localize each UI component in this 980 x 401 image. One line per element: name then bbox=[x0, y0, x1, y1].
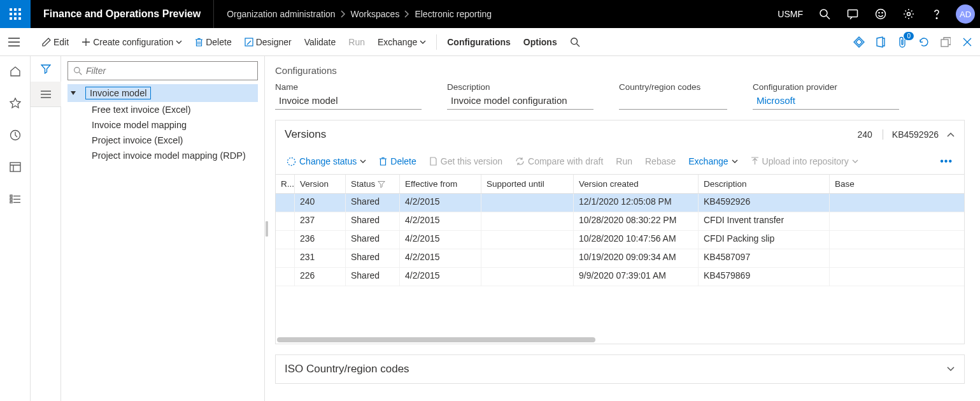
column-header[interactable]: Effective from bbox=[400, 175, 481, 193]
svg-point-25 bbox=[288, 157, 295, 165]
table-row[interactable]: 226Shared4/2/20159/9/2020 07:39:01 AMKB4… bbox=[276, 268, 964, 286]
exchange-button[interactable]: Exchange bbox=[371, 32, 432, 52]
company-selector[interactable]: USMF bbox=[770, 9, 811, 19]
horizontal-scrollbar[interactable] bbox=[276, 337, 964, 344]
avatar[interactable]: AD bbox=[956, 4, 975, 24]
app-launcher-button[interactable] bbox=[0, 0, 31, 28]
create-configuration-button[interactable]: Create configuration bbox=[75, 32, 188, 52]
search-button[interactable] bbox=[564, 32, 586, 52]
run-version-button: Run bbox=[610, 151, 638, 171]
filter-icon[interactable] bbox=[31, 56, 61, 82]
help-icon[interactable] bbox=[923, 0, 951, 28]
chevron-up-icon[interactable] bbox=[946, 131, 955, 138]
more-actions-button[interactable]: ••• bbox=[934, 156, 959, 167]
column-header[interactable]: R... bbox=[276, 175, 295, 193]
column-header[interactable]: Description bbox=[699, 175, 830, 193]
table-row[interactable]: 231Shared4/2/201510/19/2020 09:09:34 AMK… bbox=[276, 249, 964, 268]
svg-rect-4 bbox=[14, 13, 17, 15]
summary-kb: KB4592926 bbox=[883, 129, 939, 140]
delete-button[interactable]: Delete bbox=[188, 32, 238, 52]
expand-collapse-icon[interactable] bbox=[70, 90, 76, 96]
upload-repo-button: Upload into repository bbox=[745, 151, 864, 171]
filter-icon bbox=[378, 180, 385, 188]
document-icon bbox=[429, 157, 437, 166]
table-row[interactable]: 236Shared4/2/201510/28/2020 10:47:56 AMC… bbox=[276, 231, 964, 249]
versions-panel: Versions 240 KB4592926 Change status Del… bbox=[275, 120, 965, 344]
tree-child-item[interactable]: Project invoice (Excel) bbox=[67, 133, 258, 148]
designer-button[interactable]: Designer bbox=[238, 32, 298, 52]
refresh-icon[interactable] bbox=[915, 33, 933, 51]
configurations-tab[interactable]: Configurations bbox=[441, 32, 517, 52]
office-icon[interactable] bbox=[872, 33, 890, 51]
edit-button[interactable]: Edit bbox=[36, 32, 75, 52]
name-value[interactable]: Invoice model bbox=[275, 93, 422, 110]
column-header[interactable]: Version bbox=[295, 175, 346, 193]
filter-box[interactable] bbox=[67, 61, 258, 80]
main-content: Configurations Name Invoice model Descri… bbox=[269, 56, 980, 401]
chevron-down-icon bbox=[176, 40, 182, 44]
attachment-count-badge: 0 bbox=[904, 32, 914, 40]
versions-header[interactable]: Versions 240 KB4592926 bbox=[276, 120, 964, 149]
description-value[interactable]: Invoice model configuration bbox=[447, 93, 593, 110]
diamond-icon[interactable] bbox=[850, 33, 868, 51]
home-icon[interactable] bbox=[0, 62, 31, 80]
tree-child-item[interactable]: Free text invoice (Excel) bbox=[67, 102, 258, 117]
exchange-version-button[interactable]: Exchange bbox=[683, 151, 743, 171]
breadcrumb-item[interactable]: Workspaces bbox=[351, 9, 400, 19]
svg-rect-7 bbox=[14, 17, 17, 20]
svg-point-12 bbox=[879, 12, 879, 13]
nav-rail bbox=[0, 56, 31, 401]
tree-child-item[interactable]: Invoice model mapping bbox=[67, 117, 258, 133]
description-field: Description Invoice model configuration bbox=[447, 82, 593, 110]
provider-field: Configuration provider Microsoft bbox=[753, 82, 899, 110]
column-header[interactable]: Version created bbox=[574, 175, 699, 193]
messages-icon[interactable] bbox=[839, 0, 867, 28]
list-icon[interactable] bbox=[31, 82, 61, 107]
gear-icon[interactable] bbox=[895, 0, 923, 28]
smiley-icon[interactable] bbox=[867, 0, 895, 28]
trash-icon bbox=[379, 157, 387, 166]
splitter[interactable] bbox=[265, 56, 269, 401]
attachments-icon[interactable]: 0 bbox=[893, 33, 911, 51]
app-title: Finance and Operations Preview bbox=[31, 0, 214, 28]
filter-input[interactable] bbox=[86, 66, 252, 76]
column-header[interactable]: Base bbox=[830, 175, 964, 193]
iso-header[interactable]: ISO Country/region codes bbox=[276, 355, 964, 383]
svg-rect-10 bbox=[848, 10, 858, 17]
region-value[interactable] bbox=[619, 93, 727, 110]
breadcrumb-item[interactable]: Electronic reporting bbox=[415, 9, 492, 19]
grid-header: R... Version Status Effective from Suppo… bbox=[276, 175, 964, 194]
get-version-button: Get this version bbox=[423, 151, 508, 171]
provider-value[interactable]: Microsoft bbox=[753, 93, 899, 110]
validate-button[interactable]: Validate bbox=[298, 32, 343, 52]
status-icon bbox=[287, 157, 296, 166]
workspaces-icon[interactable] bbox=[0, 158, 31, 176]
tree-root-item[interactable]: Invoice model bbox=[67, 84, 258, 102]
hamburger-button[interactable] bbox=[0, 28, 28, 56]
svg-rect-23 bbox=[10, 201, 12, 203]
column-header[interactable]: Supported until bbox=[481, 175, 574, 193]
table-row[interactable]: 237Shared4/2/201510/28/2020 08:30:22 PMC… bbox=[276, 212, 964, 231]
options-tab[interactable]: Options bbox=[517, 32, 564, 52]
delete-version-button[interactable]: Delete bbox=[373, 151, 422, 171]
change-status-button[interactable]: Change status bbox=[281, 151, 372, 171]
tree-child-item[interactable]: Project invoice model mapping (RDP) bbox=[67, 148, 258, 163]
chevron-down-icon[interactable] bbox=[946, 366, 955, 372]
search-icon[interactable] bbox=[811, 0, 839, 28]
svg-rect-6 bbox=[10, 17, 12, 20]
rebase-button: Rebase bbox=[639, 151, 681, 171]
modules-icon[interactable] bbox=[0, 190, 31, 208]
command-bar: Edit Create configuration Delete Designe… bbox=[0, 28, 980, 56]
field-label: Configuration provider bbox=[753, 82, 899, 92]
favorites-icon[interactable] bbox=[0, 94, 31, 112]
breadcrumb-item[interactable]: Organization administration bbox=[227, 9, 335, 19]
recent-icon[interactable] bbox=[0, 126, 31, 144]
chevron-right-icon bbox=[404, 10, 409, 18]
close-icon[interactable] bbox=[958, 33, 976, 51]
table-row[interactable]: 240Shared4/2/201512/1/2020 12:05:08 PMKB… bbox=[276, 194, 964, 212]
region-field: Country/region codes bbox=[619, 82, 727, 110]
trash-icon bbox=[195, 38, 203, 47]
chevron-down-icon bbox=[732, 159, 738, 163]
column-header[interactable]: Status bbox=[346, 175, 400, 193]
popout-icon[interactable] bbox=[937, 33, 955, 51]
